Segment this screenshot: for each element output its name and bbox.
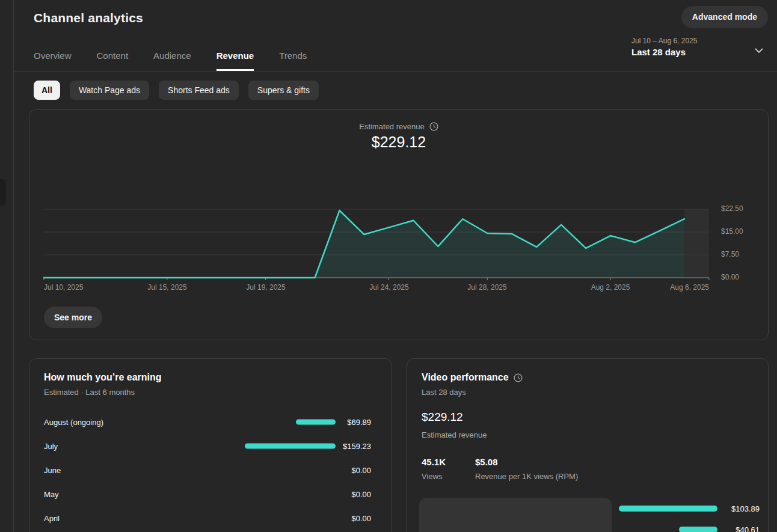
earnings-row[interactable]: June $0.00 [29,458,392,482]
earnings-card-title: How much you’re earning [44,372,162,383]
month-label: May [44,490,59,499]
month-label: August (ongoing) [44,418,103,427]
vp-revenue-label: Estimated revenue [422,430,487,439]
x-axis-label: Jul 19, 2025 [246,283,285,292]
x-axis-label: Aug 2, 2025 [591,283,630,292]
earnings-row[interactable]: April $0.00 [29,506,392,530]
chip-all[interactable]: All [34,81,60,100]
video-performance-card: Video performance Last 28 days $229.12 E… [407,358,769,532]
analytics-tabs: Overview Content Audience Revenue Trends [34,42,307,71]
earnings-card-subtitle: Estimated · Last 6 months [44,388,135,397]
x-axis-label: Jul 10, 2025 [44,283,83,292]
earnings-row[interactable]: May $0.00 [29,482,392,506]
x-axis-label: Jul 24, 2025 [369,283,408,292]
chip-supers-gifts[interactable]: Supers & gifts [248,81,319,100]
y-axis-label: $0.00 [721,273,739,281]
video-performance-title: Video performance [422,372,523,385]
earnings-card: How much you’re earning Estimated · Last… [29,358,392,532]
earnings-value: $159.23 [343,442,371,451]
video-earnings-value: $40.61 [736,525,760,532]
vp-rpm-value: $5.08 [475,457,498,467]
page-title: Channel analytics [34,11,143,25]
tab-content[interactable]: Content [97,42,129,71]
vp-revenue-value: $229.12 [422,411,463,424]
estimated-revenue-card: Estimated revenue $229.12 Jul 10, 2025 J… [29,109,769,340]
x-axis-label: Jul 15, 2025 [147,283,186,292]
earnings-bar [296,420,336,425]
earnings-row[interactable]: July $159.23 [29,434,392,458]
date-range-text: Jul 10 – Aug 6, 2025 [631,37,697,45]
earnings-value: $69.89 [347,418,371,427]
revenue-line-chart[interactable] [29,110,769,341]
tab-revenue[interactable]: Revenue [217,42,254,71]
video-performance-title-text: Video performance [422,372,509,382]
panel-edge-handle[interactable] [0,179,6,206]
header-divider [14,71,777,72]
month-label: June [44,466,61,475]
see-more-button[interactable]: See more [44,307,102,328]
channel-analytics-page: Channel analytics Advanced mode Overview… [0,0,777,532]
date-range-selector[interactable]: Jul 10 – Aug 6, 2025 Last 28 days [631,37,697,57]
tab-overview[interactable]: Overview [34,42,72,71]
earnings-value: $0.00 [351,490,371,499]
vp-rpm-label: Revenue per 1K views (RPM) [475,472,578,481]
earnings-value: $0.00 [351,514,371,523]
date-range-preset: Last 28 days [631,47,697,57]
y-axis-label: $15.00 [721,227,743,236]
chip-shorts-feed-ads[interactable]: Shorts Feed ads [159,81,239,100]
clock-icon [514,373,523,385]
advanced-mode-button[interactable]: Advanced mode [681,6,768,28]
monthly-earnings-list: August (ongoing) $69.89 July $159.23 Jun… [29,410,392,530]
video-performance-subtitle: Last 28 days [422,388,466,397]
x-axis-label: Aug 6, 2025 [670,283,709,292]
earnings-value: $0.00 [351,466,371,475]
vp-views-label: Views [422,472,442,481]
video-earnings-bar [679,527,717,532]
tab-audience[interactable]: Audience [153,42,191,71]
chip-watch-page-ads[interactable]: Watch Page ads [70,81,149,100]
vp-views-value: 45.1K [422,457,446,467]
x-axis-label: Jul 28, 2025 [467,283,506,292]
video-earnings-value: $103.89 [731,504,760,513]
month-label: April [44,514,60,523]
earnings-row[interactable]: August (ongoing) $69.89 [29,410,392,434]
tab-trends[interactable]: Trends [279,42,307,71]
chevron-down-icon[interactable] [752,43,766,58]
earnings-bar [245,444,336,449]
y-axis-label: $7.50 [721,250,739,258]
y-axis-label: $22.50 [721,204,743,213]
video-thumbnail-placeholder[interactable] [419,498,612,532]
revenue-filter-chips: All Watch Page ads Shorts Feed ads Super… [34,81,319,100]
month-label: July [44,442,58,451]
sidebar-edge-divider [13,0,14,532]
video-earnings-bar [619,506,717,512]
